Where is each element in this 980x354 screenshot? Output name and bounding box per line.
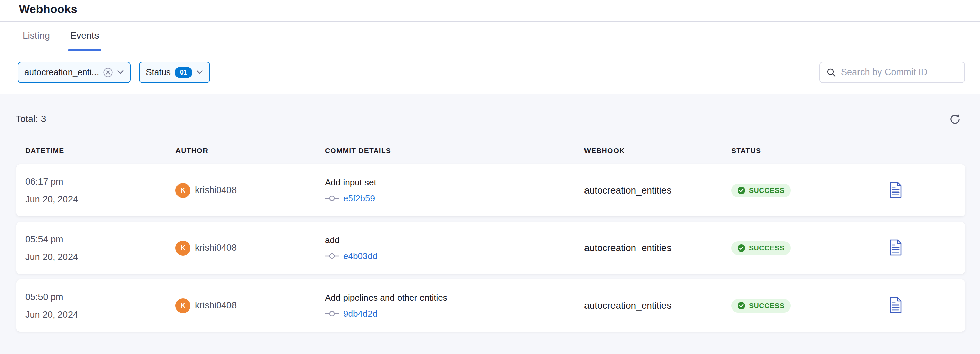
- author-name: krishi0408: [195, 300, 237, 311]
- git-commit-icon: [325, 252, 339, 260]
- cell-webhook: autocreation_entities: [584, 185, 731, 196]
- author-name: krishi0408: [195, 243, 237, 253]
- tab-events[interactable]: Events: [68, 22, 101, 51]
- commit-message: Add pipelines and other entities: [325, 293, 584, 303]
- total-count: Total: 3: [16, 114, 46, 124]
- table-row: 05:50 pm Jun 20, 2024 K krishi0408 Add p…: [16, 279, 965, 332]
- cell-commit-details: Add input set e5f2b59: [325, 177, 584, 204]
- tabs-bar: Listing Events: [0, 22, 980, 51]
- commit-line: e4b03dd: [325, 251, 584, 261]
- event-date: Jun 20, 2024: [25, 248, 175, 266]
- status-count-badge: 01: [175, 67, 192, 78]
- check-circle-icon: [737, 302, 745, 310]
- commit-message: Add input set: [325, 177, 584, 188]
- cell-payload: [884, 297, 965, 314]
- status-label: SUCCESS: [749, 302, 784, 310]
- refresh-icon[interactable]: [949, 113, 961, 125]
- cell-commit-details: Add pipelines and other entities 9db4d2d: [325, 293, 584, 319]
- table-header: DATETIME AUTHOR COMMIT DETAILS WEBHOOK S…: [16, 147, 965, 155]
- search-input[interactable]: [841, 67, 958, 78]
- status-filter-chip[interactable]: Status 01: [139, 62, 210, 83]
- git-commit-icon: [325, 195, 339, 202]
- document-icon[interactable]: [889, 297, 902, 313]
- webhook-filter-chip[interactable]: autocreation_enti...: [18, 62, 130, 83]
- page-header: Webhooks: [0, 0, 980, 22]
- status-badge: SUCCESS: [731, 241, 791, 255]
- commit-line: e5f2b59: [325, 193, 584, 204]
- cell-datetime: 05:54 pm Jun 20, 2024: [25, 230, 175, 266]
- cell-status: SUCCESS: [731, 299, 884, 313]
- x-circle-icon[interactable]: [103, 67, 113, 78]
- document-icon[interactable]: [889, 182, 902, 198]
- document-icon[interactable]: [889, 240, 902, 256]
- table-row: 06:17 pm Jun 20, 2024 K krishi0408 Add i…: [16, 164, 965, 216]
- status-label: SUCCESS: [749, 186, 784, 195]
- webhooks-page: Webhooks Listing Events autocreation_ent…: [0, 0, 980, 354]
- cell-webhook: autocreation_entities: [584, 243, 731, 254]
- column-header-webhook: WEBHOOK: [584, 147, 731, 155]
- column-header-commit-details: COMMIT DETAILS: [325, 147, 584, 155]
- author-name: krishi0408: [195, 185, 237, 195]
- status-badge: SUCCESS: [731, 299, 791, 313]
- content-topbar: Total: 3: [0, 94, 980, 125]
- cell-payload: [884, 182, 965, 199]
- cell-datetime: 05:50 pm Jun 20, 2024: [25, 288, 175, 323]
- cell-datetime: 06:17 pm Jun 20, 2024: [25, 173, 175, 208]
- cell-commit-details: add e4b03dd: [325, 235, 584, 261]
- table-row: 05:54 pm Jun 20, 2024 K krishi0408 add e…: [16, 222, 965, 274]
- cell-status: SUCCESS: [731, 241, 884, 255]
- chevron-down-icon[interactable]: [196, 70, 203, 75]
- cell-payload: [884, 240, 965, 257]
- search-icon: [826, 67, 836, 78]
- status-filter-label: Status: [146, 67, 171, 78]
- check-circle-icon: [737, 186, 745, 195]
- avatar: K: [175, 241, 190, 256]
- commit-id-link[interactable]: e4b03dd: [343, 251, 377, 261]
- commit-id-link[interactable]: 9db4d2d: [343, 308, 377, 319]
- column-header-status: STATUS: [731, 147, 884, 155]
- cell-author: K krishi0408: [175, 183, 325, 198]
- cell-status: SUCCESS: [731, 184, 884, 197]
- page-title: Webhooks: [19, 3, 980, 16]
- cell-author: K krishi0408: [175, 241, 325, 256]
- tab-listing[interactable]: Listing: [21, 22, 52, 51]
- commit-line: 9db4d2d: [325, 308, 584, 319]
- commit-id-link[interactable]: e5f2b59: [343, 193, 375, 204]
- status-badge: SUCCESS: [731, 184, 791, 197]
- commit-message: add: [325, 235, 584, 245]
- event-time: 06:17 pm: [25, 173, 175, 190]
- event-date: Jun 20, 2024: [25, 190, 175, 208]
- event-date: Jun 20, 2024: [25, 306, 175, 323]
- table-body: 06:17 pm Jun 20, 2024 K krishi0408 Add i…: [0, 164, 980, 332]
- cell-webhook: autocreation_entities: [584, 300, 731, 311]
- search-box: [819, 62, 965, 83]
- avatar: K: [175, 183, 190, 198]
- event-time: 05:50 pm: [25, 288, 175, 306]
- check-circle-icon: [737, 244, 745, 252]
- status-label: SUCCESS: [749, 244, 784, 252]
- event-time: 05:54 pm: [25, 230, 175, 248]
- column-header-author: AUTHOR: [175, 147, 325, 155]
- chevron-down-icon[interactable]: [117, 70, 124, 75]
- cell-author: K krishi0408: [175, 298, 325, 313]
- git-commit-icon: [325, 310, 339, 317]
- column-header-datetime: DATETIME: [25, 147, 175, 155]
- avatar: K: [175, 298, 190, 313]
- filter-bar: autocreation_enti... Status 01: [0, 51, 980, 94]
- webhook-filter-label: autocreation_enti...: [24, 67, 99, 78]
- events-content: Total: 3 DATETIME AUTHOR COMMIT DETAILS …: [0, 94, 980, 354]
